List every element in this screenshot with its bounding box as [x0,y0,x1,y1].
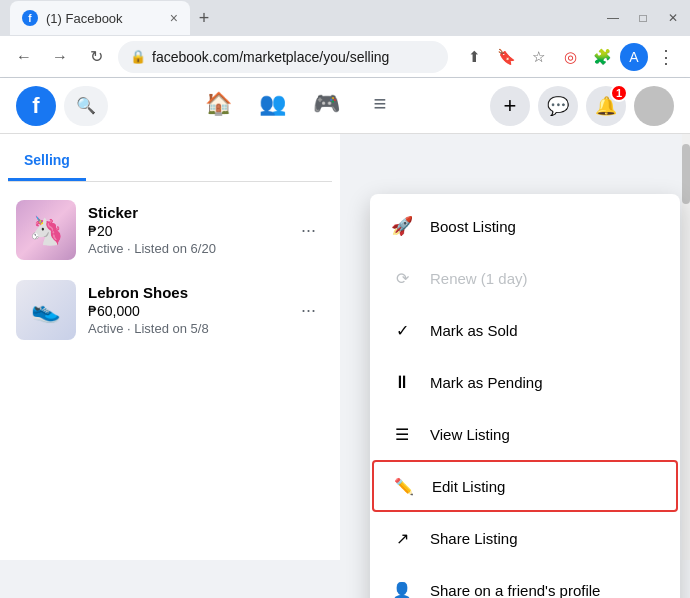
refresh-button[interactable]: ↻ [82,43,110,71]
minimize-button[interactable]: — [606,11,620,25]
bookmark-icon[interactable]: 🔖 [492,43,520,71]
mark-sold-label: Mark as Sold [430,322,518,339]
nav-right: + 💬 🔔 1 [490,86,674,126]
facebook-navbar: f 🔍 🏠 👥 🎮 ≡ + 💬 🔔 1 [0,78,690,134]
home-nav-button[interactable]: 🏠 [193,82,243,130]
sticker-image: 🦄 [16,200,76,260]
favicon: f [22,10,38,26]
boost-listing-item[interactable]: 🚀 Boost Listing [370,200,680,252]
list-item[interactable]: 👟 Lebron Shoes ₱60,000 Active · Listed o… [8,270,332,350]
renew-listing-item: ⟳ Renew (1 day) [370,252,680,304]
share-listing-label: Share Listing [430,530,518,547]
boost-icon: 🚀 [386,210,418,242]
renew-icon: ⟳ [386,262,418,294]
share-friend-icon: 👤 [386,574,418,598]
menu-nav-button[interactable]: ≡ [355,82,405,130]
new-tab-button[interactable]: + [190,4,218,32]
maximize-button[interactable]: □ [636,11,650,25]
scrollbar-thumb[interactable] [682,144,690,204]
listing-thumbnail-shoes: 👟 [16,280,76,340]
page-content: Selling 🦄 Sticker ₱20 Active · Listed on… [0,134,690,560]
back-button[interactable]: ← [10,43,38,71]
boost-listing-label: Boost Listing [430,218,516,235]
listing-info-shoes: Lebron Shoes ₱60,000 Active · Listed on … [88,284,281,336]
listing-thumbnail-sticker: 🦄 [16,200,76,260]
notifications-button[interactable]: 🔔 1 [586,86,626,126]
star-icon[interactable]: ☆ [524,43,552,71]
view-listing-item[interactable]: ☰ View Listing [370,408,680,460]
search-icon: 🔍 [76,96,96,115]
context-menu: 🚀 Boost Listing ⟳ Renew (1 day) ✓ Mark a… [370,194,680,598]
listing-info-sticker: Sticker ₱20 Active · Listed on 6/20 [88,204,281,256]
share-friend-label: Share on a friend's profile [430,582,600,599]
gaming-nav-button[interactable]: 🎮 [301,82,351,130]
edit-listing-label: Edit Listing [432,478,505,495]
tab-close-button[interactable]: × [170,10,178,26]
renew-listing-label: Renew (1 day) [430,270,528,287]
share-icon: ↗ [386,522,418,554]
address-bar: ← → ↻ 🔒 facebook.com/marketplace/you/sel… [0,36,690,78]
url-box[interactable]: 🔒 facebook.com/marketplace/you/selling [118,41,448,73]
mark-pending-label: Mark as Pending [430,374,543,391]
browser-actions: ⬆ 🔖 ☆ ◎ 🧩 A ⋮ [460,43,680,71]
url-text: facebook.com/marketplace/you/selling [152,49,436,65]
edit-listing-item[interactable]: ✏️ Edit Listing [372,460,678,512]
close-button[interactable]: ✕ [666,11,680,25]
nav-center: 🏠 👥 🎮 ≡ [116,82,482,130]
listing-price: ₱20 [88,223,281,239]
listing-price: ₱60,000 [88,303,281,319]
mark-pending-item[interactable]: ⏸ Mark as Pending [370,356,680,408]
search-button[interactable]: 🔍 [64,86,108,126]
forward-button[interactable]: → [46,43,74,71]
shoes-image: 👟 [16,280,76,340]
view-icon: ☰ [386,418,418,450]
friends-nav-button[interactable]: 👥 [247,82,297,130]
profile-avatar[interactable] [634,86,674,126]
listing-title: Sticker [88,204,281,221]
add-button[interactable]: + [490,86,530,126]
share-listing-item[interactable]: ↗ Share Listing [370,512,680,564]
edit-icon: ✏️ [388,470,420,502]
title-bar: f (1) Facebook × + — □ ✕ [0,0,690,36]
listing-title: Lebron Shoes [88,284,281,301]
share-icon[interactable]: ⬆ [460,43,488,71]
listing-more-button-2[interactable]: ··· [293,296,324,325]
circle-icon[interactable]: ◎ [556,43,584,71]
view-listing-label: View Listing [430,426,510,443]
window-controls: — □ ✕ [606,11,680,25]
share-friend-item[interactable]: 👤 Share on a friend's profile [370,564,680,598]
notification-badge: 1 [610,84,628,102]
checkmark-icon: ✓ [386,314,418,346]
menu-icon[interactable]: ⋮ [652,43,680,71]
messenger-button[interactable]: 💬 [538,86,578,126]
listing-more-button[interactable]: ··· [293,216,324,245]
mark-sold-item[interactable]: ✓ Mark as Sold [370,304,680,356]
scrollbar-track[interactable] [682,134,690,560]
lock-icon: 🔒 [130,49,146,64]
extensions-icon[interactable]: 🧩 [588,43,616,71]
listing-panel: Selling 🦄 Sticker ₱20 Active · Listed on… [0,134,340,560]
selling-tab[interactable]: Selling [8,142,86,181]
listing-tabs: Selling [8,142,332,182]
browser-tab[interactable]: f (1) Facebook × [10,1,190,35]
listing-status: Active · Listed on 5/8 [88,321,281,336]
profile-icon[interactable]: A [620,43,648,71]
pending-icon: ⏸ [386,366,418,398]
list-item[interactable]: 🦄 Sticker ₱20 Active · Listed on 6/20 ··… [8,190,332,270]
facebook-logo[interactable]: f [16,86,56,126]
tab-title: (1) Facebook [46,11,123,26]
listing-status: Active · Listed on 6/20 [88,241,281,256]
